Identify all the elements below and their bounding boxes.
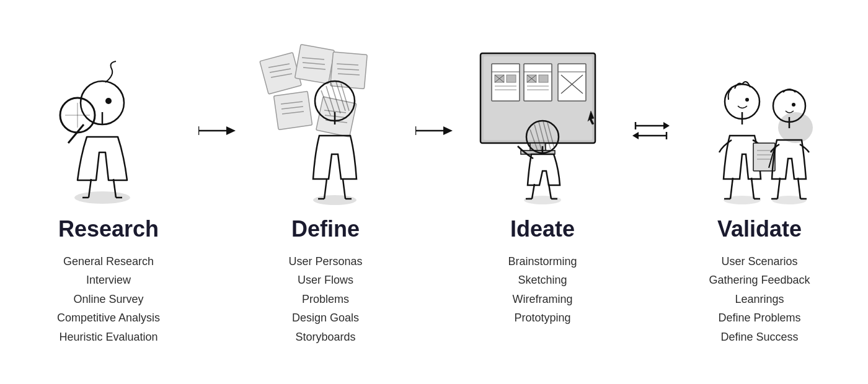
- svg-line-112: [777, 178, 780, 199]
- phase-research: Research General Research Interview Onli…: [19, 38, 198, 347]
- svg-point-3: [105, 98, 112, 104]
- illustration-ideate: [453, 38, 632, 211]
- list-item: Sketching: [508, 271, 577, 290]
- list-item: Heuristic Evaluation: [57, 328, 160, 347]
- svg-point-94: [724, 196, 761, 204]
- svg-rect-28: [274, 91, 312, 129]
- list-item: Define Problems: [709, 308, 810, 328]
- svg-point-97: [745, 98, 749, 102]
- list-item: Problems: [288, 290, 362, 309]
- svg-line-103: [730, 178, 733, 199]
- list-item: Brainstorming: [508, 252, 577, 271]
- list-item: Design Goals: [288, 308, 362, 328]
- list-item: General Research: [57, 252, 160, 271]
- list-item: Storyboards: [288, 328, 362, 347]
- phase-validate: Validate User Scenarios Gathering Feedba…: [670, 38, 849, 347]
- illustration-validate: [670, 38, 849, 211]
- phase-items-ideate: Brainstorming Sketching Wireframing Prot…: [508, 252, 577, 328]
- list-item: User Personas: [288, 252, 362, 271]
- svg-rect-24: [330, 51, 368, 89]
- phase-title-define: Define: [291, 216, 360, 242]
- svg-line-104: [751, 178, 754, 199]
- svg-point-107: [778, 112, 813, 143]
- svg-line-113: [798, 178, 800, 199]
- illustration-research: [19, 38, 198, 211]
- list-item: User Flows: [288, 271, 362, 290]
- list-item: Leanrings: [709, 290, 810, 309]
- svg-point-76: [524, 196, 561, 204]
- phase-title-research: Research: [58, 216, 159, 242]
- arrow-2: [415, 38, 453, 211]
- phase-define: Define User Personas User Flows Problems…: [236, 38, 415, 347]
- list-item: Prototyping: [508, 308, 577, 328]
- list-item: User Scenarios: [709, 252, 810, 271]
- main-container: Research General Research Interview Onli…: [0, 25, 868, 359]
- svg-rect-20: [295, 44, 335, 84]
- svg-marker-14: [226, 126, 236, 135]
- svg-point-36: [313, 195, 356, 205]
- phase-title-ideate: Ideate: [510, 216, 575, 242]
- svg-rect-71: [558, 64, 586, 101]
- illustration-define: [236, 38, 415, 211]
- list-item: Define Success: [709, 328, 810, 347]
- phase-items-define: User Personas User Flows Problems Design…: [288, 252, 362, 347]
- list-item: Competitive Analysis: [57, 308, 160, 328]
- list-item: Wireframing: [508, 290, 577, 309]
- list-item: Interview: [57, 271, 160, 290]
- svg-marker-92: [632, 132, 639, 139]
- phase-title-validate: Validate: [717, 216, 802, 242]
- arrow-3: [632, 38, 670, 211]
- svg-marker-49: [443, 126, 453, 135]
- arrow-1: [198, 38, 236, 211]
- svg-rect-66: [539, 75, 548, 82]
- phase-items-validate: User Scenarios Gathering Feedback Leanri…: [709, 252, 810, 347]
- list-item: Gathering Feedback: [709, 271, 810, 290]
- svg-point-111: [792, 103, 795, 107]
- phase-items-research: General Research Interview Online Survey…: [57, 252, 160, 347]
- svg-line-4: [68, 124, 84, 143]
- svg-marker-89: [663, 122, 670, 129]
- list-item: Online Survey: [57, 290, 160, 309]
- svg-rect-58: [507, 75, 516, 82]
- phase-ideate: Ideate Brainstorming Sketching Wireframi…: [453, 38, 632, 328]
